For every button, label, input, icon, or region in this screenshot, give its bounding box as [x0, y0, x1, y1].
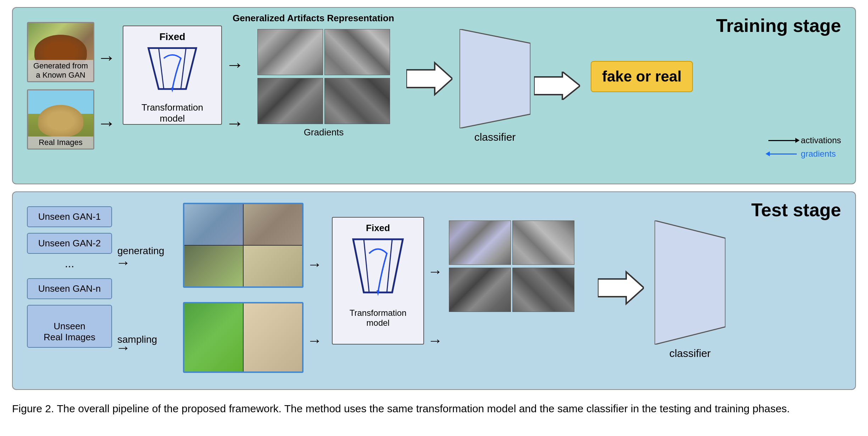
arrow-2: → — [97, 112, 116, 134]
real-image-label: Real Images — [28, 136, 93, 149]
funnel-diagram — [144, 45, 201, 99]
classifier-svg-test — [655, 220, 725, 345]
transform-fixed-test: Fixed — [366, 223, 390, 234]
classifier-svg — [460, 29, 530, 128]
arrow-test-3: → — [307, 256, 322, 273]
training-title: Training stage — [716, 15, 841, 36]
big-arrow-training — [406, 61, 452, 98]
test-stage: Test stage Unseen GAN-1 Unseen GAN-2 ···… — [12, 191, 856, 390]
fake-real-box: fake or real — [591, 61, 693, 92]
svg-marker-1 — [406, 63, 452, 95]
test-mosaic-bottom — [183, 302, 304, 373]
test-gradient-1a — [449, 220, 511, 265]
gan-image-label: Generated from a Known GAN — [28, 60, 93, 81]
mosaic-cell-4 — [244, 246, 302, 286]
arrow-test-4: → — [307, 332, 322, 349]
gradients-area-test — [449, 220, 574, 312]
mosaic-cell-1 — [184, 204, 243, 245]
arrow-test-1: → — [116, 254, 130, 271]
test-mosaic-top — [183, 203, 304, 288]
transform-fixed: Fixed — [159, 31, 185, 43]
arrow-4: → — [226, 112, 244, 134]
gradients-arrow-icon — [768, 153, 797, 155]
input-images: Generated from a Known GAN Real Images — [27, 22, 94, 150]
svg-marker-0 — [171, 88, 174, 92]
big-arrow-svg — [406, 61, 452, 96]
gar-label: Generalized Artifacts Representation — [233, 13, 394, 24]
real-image-box: Real Images — [27, 89, 94, 150]
mosaic-cell-3 — [184, 246, 243, 286]
classifier-label-training: classifier — [460, 131, 530, 143]
gan-list: Unseen GAN-1 Unseen GAN-2 ··· Unseen GAN… — [27, 206, 112, 348]
gradient-tile-1b — [324, 29, 390, 75]
gradient-pair-2 — [257, 78, 390, 124]
test-gradient-2b — [512, 268, 574, 312]
real-images-item: Unseen Real Images — [27, 305, 112, 348]
gan-item-2: Unseen GAN-2 — [27, 233, 112, 254]
activations-arrow-icon — [768, 140, 797, 141]
classifier-test: classifier — [655, 220, 725, 359]
main-container: Training stage Generalized Artifacts Rep… — [12, 7, 856, 417]
arrow-3: → — [226, 54, 244, 75]
mosaic-cell-5 — [184, 303, 243, 371]
gradient-tile-2a — [257, 78, 323, 124]
gradient-pair-1 — [257, 29, 390, 75]
gan-item-n: Unseen GAN-n — [27, 278, 112, 299]
gan-item-1: Unseen GAN-1 — [27, 206, 112, 227]
transform-box-test: Fixed Transformation model — [332, 217, 424, 345]
arrow-test-6: → — [428, 332, 443, 349]
legend-activations: activations — [768, 135, 841, 145]
arrow-test-2: → — [116, 339, 130, 356]
gan-dots: ··· — [27, 259, 112, 273]
gan-image-box: Generated from a Known GAN — [27, 22, 94, 82]
gradients-label: Gradients — [257, 127, 390, 138]
classifier-training: classifier — [460, 29, 530, 143]
legend: activations gradients — [768, 135, 841, 162]
funnel-test — [350, 236, 406, 307]
svg-marker-5 — [598, 272, 644, 304]
big-arrow-2 — [534, 72, 580, 101]
gradients-area: Gradients — [257, 29, 390, 138]
figure-caption: Figure 2. The overall pipeline of the pr… — [12, 401, 792, 417]
test-gradient-2a — [449, 268, 511, 312]
classifier-label-test: classifier — [655, 347, 725, 359]
test-title: Test stage — [751, 199, 841, 220]
test-gradient-1b — [512, 220, 574, 265]
legend-gradients: gradients — [768, 149, 841, 159]
transform-model-label-test: Transformation model — [350, 308, 407, 328]
svg-marker-6 — [655, 220, 725, 345]
arrow-1: → — [97, 47, 116, 68]
svg-marker-3 — [534, 72, 580, 100]
mosaic-cell-6 — [244, 303, 302, 371]
arrow-test-5: → — [428, 263, 443, 280]
gradient-tile-2b — [324, 78, 390, 124]
svg-marker-2 — [460, 29, 530, 128]
big-arrow-test — [598, 270, 644, 307]
mosaic-cell-2 — [244, 204, 302, 245]
big-arrow-2-svg — [534, 72, 580, 100]
gradient-tile-1a — [257, 29, 323, 75]
transform-box: Fixed Transformation model — [123, 26, 222, 125]
transform-model-label: Transformation model — [141, 102, 203, 124]
training-stage: Training stage Generalized Artifacts Rep… — [12, 7, 856, 184]
